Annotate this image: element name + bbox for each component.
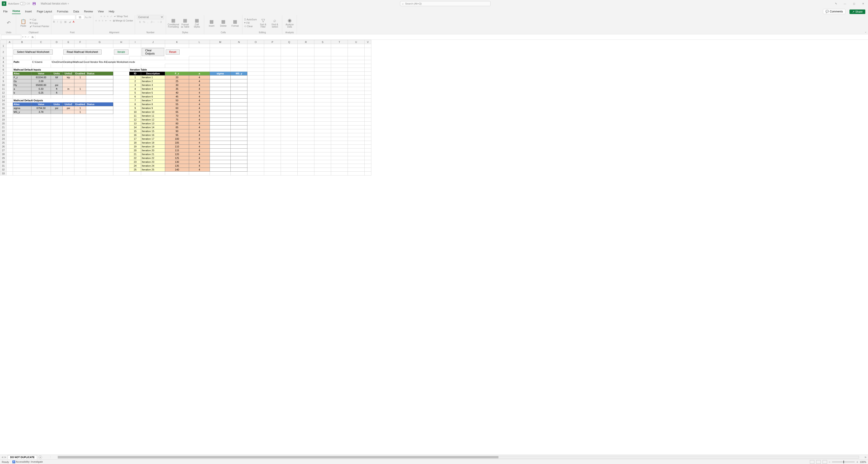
cell-P11[interactable] bbox=[264, 87, 281, 91]
cell-H8[interactable] bbox=[113, 75, 129, 80]
cell-B13[interactable] bbox=[13, 95, 31, 99]
cell-J31[interactable]: Iteration 24 bbox=[141, 164, 165, 168]
cell-K15[interactable]: 55 bbox=[165, 102, 189, 106]
cell-R21[interactable] bbox=[298, 125, 314, 129]
cell-C30[interactable] bbox=[31, 160, 51, 164]
insert-cells-button[interactable]: ▦Insert bbox=[206, 18, 217, 28]
cell-G27[interactable] bbox=[86, 149, 113, 152]
cell-P16[interactable] bbox=[264, 106, 281, 110]
cell-T12[interactable] bbox=[331, 91, 348, 95]
cell-B19[interactable] bbox=[13, 118, 31, 122]
cell-O2[interactable] bbox=[247, 48, 264, 56]
cell-T16[interactable] bbox=[331, 106, 348, 110]
col-header-F[interactable]: F bbox=[74, 40, 86, 44]
cell-A25[interactable] bbox=[6, 141, 13, 145]
cell-N28[interactable] bbox=[231, 152, 247, 156]
cell-B7[interactable]: Alias bbox=[13, 72, 31, 75]
cell-R3[interactable] bbox=[298, 56, 314, 60]
cell-V4[interactable] bbox=[365, 60, 371, 64]
name-box[interactable] bbox=[1, 35, 21, 39]
col-header-A[interactable]: A bbox=[6, 40, 13, 44]
cell-M2[interactable] bbox=[210, 48, 231, 56]
cell-T14[interactable] bbox=[331, 99, 348, 102]
cell-A11[interactable] bbox=[6, 87, 13, 91]
cell-F27[interactable] bbox=[74, 149, 86, 152]
cell-E13[interactable] bbox=[63, 95, 74, 99]
cell-Q10[interactable] bbox=[281, 83, 298, 87]
cell-K11[interactable]: 35 bbox=[165, 87, 189, 91]
iterate-button[interactable]: Iterate bbox=[114, 50, 128, 55]
cell-C3[interactable] bbox=[31, 56, 51, 60]
row-header-32[interactable]: 32 bbox=[0, 168, 6, 172]
cell-R4[interactable] bbox=[298, 60, 314, 64]
cell-U8[interactable] bbox=[348, 75, 365, 80]
cell-D28[interactable] bbox=[51, 152, 63, 156]
cell-K24[interactable]: 100 bbox=[165, 137, 189, 141]
cell-R14[interactable] bbox=[298, 99, 314, 102]
cell-H19[interactable] bbox=[113, 118, 129, 122]
format-painter-button[interactable]: 🖌 Format Painter bbox=[30, 25, 49, 28]
enter-formula-icon[interactable]: ✓ bbox=[27, 35, 30, 38]
find-select-button[interactable]: ⌕Find & Select bbox=[269, 18, 280, 29]
cell-D1[interactable] bbox=[51, 44, 63, 48]
cell-Q2[interactable] bbox=[281, 48, 298, 56]
cell-P14[interactable] bbox=[264, 99, 281, 102]
cell-V13[interactable] bbox=[365, 95, 371, 99]
cell-M30[interactable] bbox=[210, 160, 231, 164]
cell-U24[interactable] bbox=[348, 137, 365, 141]
cell-N3[interactable] bbox=[231, 56, 247, 60]
cell-K26[interactable]: 110 bbox=[165, 145, 189, 149]
cell-C28[interactable] bbox=[31, 152, 51, 156]
cell-H9[interactable] bbox=[113, 80, 129, 83]
cell-R11[interactable] bbox=[298, 87, 314, 91]
cell-E10[interactable] bbox=[63, 83, 74, 87]
cell-O10[interactable] bbox=[247, 83, 264, 87]
cell-G11[interactable] bbox=[86, 87, 113, 91]
cell-R19[interactable] bbox=[298, 118, 314, 122]
col-header-L[interactable]: L bbox=[189, 40, 210, 44]
cell-H2[interactable]: Iterate bbox=[113, 48, 129, 56]
row-header-18[interactable]: 18 bbox=[0, 114, 6, 118]
cell-T21[interactable] bbox=[331, 125, 348, 129]
cell-M32[interactable] bbox=[210, 168, 231, 172]
cell-S15[interactable] bbox=[314, 102, 331, 106]
cell-E12[interactable] bbox=[63, 91, 74, 95]
cell-K14[interactable]: 50 bbox=[165, 99, 189, 102]
cell-O26[interactable] bbox=[247, 145, 264, 149]
page-break-view-icon[interactable] bbox=[823, 460, 827, 464]
cell-N27[interactable] bbox=[231, 149, 247, 152]
row-header-8[interactable]: 8 bbox=[0, 75, 6, 80]
cell-J17[interactable]: Iteration 10 bbox=[141, 110, 165, 114]
cell-H18[interactable] bbox=[113, 114, 129, 118]
cell-B30[interactable] bbox=[13, 160, 31, 164]
underline-button[interactable]: U bbox=[60, 20, 62, 23]
border-button[interactable]: ▦ bbox=[64, 20, 66, 23]
cell-M5[interactable] bbox=[210, 64, 231, 68]
cell-A4[interactable] bbox=[6, 60, 13, 64]
cell-U17[interactable] bbox=[348, 110, 365, 114]
autosave-toggle[interactable]: AutoSave Off bbox=[8, 2, 30, 5]
cell-R9[interactable] bbox=[298, 80, 314, 83]
cell-L19[interactable]: 4 bbox=[189, 118, 210, 122]
cell-T20[interactable] bbox=[331, 122, 348, 125]
cell-T24[interactable] bbox=[331, 137, 348, 141]
cell-B15[interactable]: Alias bbox=[13, 102, 31, 106]
format-cells-button[interactable]: ▦Format bbox=[229, 18, 240, 28]
reset-button[interactable]: Reset bbox=[166, 50, 180, 55]
cell-K23[interactable]: 95 bbox=[165, 133, 189, 137]
cell-O6[interactable] bbox=[247, 68, 264, 72]
cell-D32[interactable] bbox=[51, 168, 63, 172]
col-header-P[interactable]: P bbox=[264, 40, 281, 44]
cell-N19[interactable] bbox=[231, 118, 247, 122]
cell-H31[interactable] bbox=[113, 164, 129, 168]
cell-R25[interactable] bbox=[298, 141, 314, 145]
cell-G20[interactable] bbox=[86, 122, 113, 125]
cell-Q32[interactable] bbox=[281, 168, 298, 172]
cell-U33[interactable] bbox=[348, 172, 365, 176]
row-header-21[interactable]: 21 bbox=[0, 125, 6, 129]
cell-G21[interactable] bbox=[86, 125, 113, 129]
cell-U31[interactable] bbox=[348, 164, 365, 168]
cell-R15[interactable] bbox=[298, 102, 314, 106]
cell-R10[interactable] bbox=[298, 83, 314, 87]
cell-L22[interactable]: 4 bbox=[189, 129, 210, 133]
